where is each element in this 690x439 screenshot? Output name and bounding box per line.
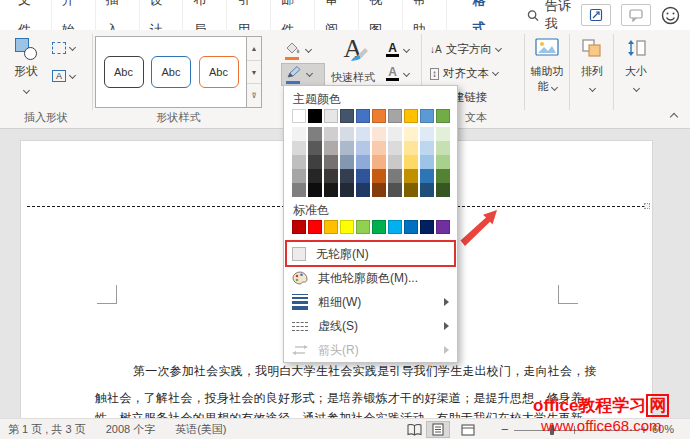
theme-tint-swatch-2-5[interactable] [308,183,322,197]
standard-color-swatch-6[interactable] [372,220,386,234]
theme-tint-swatch-6-1[interactable] [372,127,386,141]
theme-color-swatch-3[interactable] [324,109,338,123]
text-fill-button[interactable]: A [384,39,414,61]
theme-color-swatch-9[interactable] [420,109,434,123]
theme-color-swatch-5[interactable] [356,109,370,123]
align-text-button[interactable]: ↕ 对齐文本 [430,66,498,81]
theme-tint-swatch-4-3[interactable] [340,155,354,169]
gallery-more-button[interactable]: ⊽ [247,84,261,107]
theme-tint-swatch-4-1[interactable] [340,127,354,141]
text-outline-button[interactable]: A [384,63,414,85]
shape-style-preset-1[interactable]: Abc [104,56,144,88]
collapse-ribbon-button[interactable] [666,110,682,124]
theme-color-swatch-8[interactable] [404,109,418,123]
theme-tint-swatch-5-1[interactable] [356,127,370,141]
theme-tint-swatch-9-1[interactable] [420,127,434,141]
theme-tint-swatch-8-4[interactable] [404,169,418,183]
share-button[interactable] [581,4,611,26]
theme-tint-swatch-2-3[interactable] [308,155,322,169]
menu-item-no-outline[interactable]: 无轮廓(N) [284,242,457,266]
page-indicator[interactable]: 第 1 页 , 共 3 页 [8,422,86,437]
theme-tint-swatch-7-2[interactable] [388,141,402,155]
theme-tint-swatch-7-5[interactable] [388,183,402,197]
theme-tint-swatch-3-1[interactable] [324,127,338,141]
tell-me[interactable]: 告诉我 [527,0,581,33]
word-count[interactable]: 2008 个字 [106,422,156,437]
theme-tint-swatch-5-3[interactable] [356,155,370,169]
theme-tint-swatch-1-5[interactable] [292,183,306,197]
size-button[interactable]: 大小 [616,36,656,124]
shape-fill-button[interactable] [281,39,325,62]
theme-tint-swatch-9-4[interactable] [420,169,434,183]
theme-tint-swatch-10-2[interactable] [436,141,450,155]
language-indicator[interactable]: 英语(美国) [175,422,226,437]
theme-tint-swatch-1-4[interactable] [292,169,306,183]
shape-style-preset-3[interactable]: Abc [199,56,239,88]
menu-item-weight[interactable]: 粗细(W) [284,290,457,314]
smiley-icon[interactable] [661,6,680,25]
accessibility-button[interactable]: 辅助功 能 [527,36,567,124]
theme-tint-swatch-8-5[interactable] [404,183,418,197]
theme-tint-swatch-6-4[interactable] [372,169,386,183]
theme-tint-swatch-5-4[interactable] [356,169,370,183]
gallery-scroll-up-button[interactable]: ▲ [247,37,261,61]
arrange-button[interactable]: 排列 [572,36,612,124]
shape-outline-button[interactable] [281,63,325,86]
edit-shape-button[interactable] [52,42,75,54]
standard-color-swatch-8[interactable] [404,220,418,234]
theme-tint-swatch-10-5[interactable] [436,183,450,197]
theme-color-swatch-7[interactable] [388,109,402,123]
theme-tint-swatch-9-5[interactable] [420,183,434,197]
theme-tint-swatch-8-1[interactable] [404,127,418,141]
theme-tint-swatch-8-2[interactable] [404,141,418,155]
shapes-button[interactable]: 形状 [6,36,46,108]
read-mode-button[interactable] [404,421,424,438]
theme-tint-swatch-5-2[interactable] [356,141,370,155]
standard-color-swatch-2[interactable] [308,220,322,234]
zoom-out-button[interactable]: − [501,419,509,439]
theme-tint-swatch-3-5[interactable] [324,183,338,197]
theme-tint-swatch-3-2[interactable] [324,141,338,155]
theme-tint-swatch-8-3[interactable] [404,155,418,169]
theme-tint-swatch-9-2[interactable] [420,141,434,155]
theme-color-swatch-10[interactable] [436,109,450,123]
theme-tint-swatch-1-1[interactable] [292,127,306,141]
menu-item-dashes[interactable]: 虚线(S) [284,314,457,338]
theme-color-swatch-6[interactable] [372,109,386,123]
line-end-handle[interactable] [644,203,650,209]
standard-color-swatch-5[interactable] [356,220,370,234]
theme-tint-swatch-1-2[interactable] [292,141,306,155]
theme-tint-swatch-5-5[interactable] [356,183,370,197]
standard-color-swatch-7[interactable] [388,220,402,234]
theme-tint-swatch-9-3[interactable] [420,155,434,169]
standard-color-swatch-10[interactable] [436,220,450,234]
theme-tint-swatch-2-4[interactable] [308,169,322,183]
theme-tint-swatch-7-4[interactable] [388,169,402,183]
theme-tint-swatch-7-1[interactable] [388,127,402,141]
theme-tint-swatch-6-2[interactable] [372,141,386,155]
web-layout-button[interactable] [458,421,478,438]
theme-tint-swatch-3-4[interactable] [324,169,338,183]
theme-tint-swatch-4-2[interactable] [340,141,354,155]
theme-color-swatch-4[interactable] [340,109,354,123]
standard-color-swatch-3[interactable] [324,220,338,234]
theme-tint-swatch-2-1[interactable] [308,127,322,141]
theme-tint-swatch-10-4[interactable] [436,169,450,183]
theme-tint-swatch-7-3[interactable] [388,155,402,169]
comment-button[interactable] [621,4,651,26]
theme-tint-swatch-6-3[interactable] [372,155,386,169]
standard-color-swatch-1[interactable] [292,220,306,234]
standard-color-swatch-9[interactable] [420,220,434,234]
menu-item-more-outline-colors[interactable]: 其他轮廓颜色(M)... [284,266,457,290]
theme-tint-swatch-10-3[interactable] [436,155,450,169]
theme-tint-swatch-4-4[interactable] [340,169,354,183]
shape-style-preset-2[interactable]: Abc [151,56,191,88]
text-box-button[interactable]: A [52,70,75,82]
text-direction-button[interactable]: ↓A 文字方向 [430,42,501,57]
theme-tint-swatch-2-2[interactable] [308,141,322,155]
gallery-scroll-down-button[interactable]: ▼ [247,61,261,85]
theme-tint-swatch-4-5[interactable] [340,183,354,197]
standard-color-swatch-4[interactable] [340,220,354,234]
theme-tint-swatch-10-1[interactable] [436,127,450,141]
theme-tint-swatch-1-3[interactable] [292,155,306,169]
